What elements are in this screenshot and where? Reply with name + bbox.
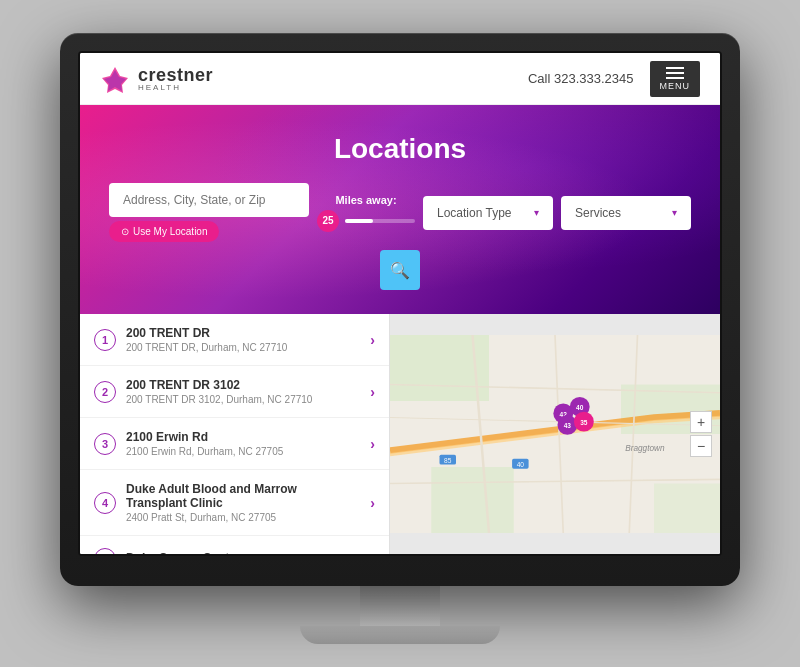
search-icon: 🔍 — [390, 261, 410, 280]
page-title: Locations — [100, 133, 700, 165]
result-number: 4 — [94, 492, 116, 514]
result-address: 2100 Erwin Rd, Durham, NC 27705 — [126, 446, 360, 457]
result-info: 200 TRENT DR 3102 200 TRENT DR 3102, Dur… — [126, 378, 360, 405]
result-number: 2 — [94, 381, 116, 403]
address-input-wrap: ⊙ Use My Location — [109, 183, 309, 242]
svg-text:85: 85 — [444, 457, 452, 464]
result-number: 1 — [94, 329, 116, 351]
search-bar: ⊙ Use My Location Miles away: 25 — [100, 183, 700, 290]
result-info: Duke Cancer Center — [126, 551, 360, 554]
chevron-right-icon: › — [370, 332, 375, 348]
svg-text:40: 40 — [576, 404, 584, 411]
hero-section: Locations ⊙ Use My Location Miles away: … — [80, 105, 720, 314]
use-location-label: Use My Location — [133, 226, 207, 237]
site-header: crestner HEALTH Call 323.333.2345 MENU — [80, 53, 720, 105]
services-label: Services — [575, 206, 621, 220]
circle-location-icon: ⊙ — [121, 226, 129, 237]
phone-number: Call 323.333.2345 — [528, 71, 634, 86]
header-right: Call 323.333.2345 MENU — [528, 61, 700, 97]
map-svg: 40 85 42 40 43 — [390, 314, 720, 554]
services-dropdown[interactable]: Services ▾ — [561, 196, 691, 230]
results-area: 1 200 TRENT DR 200 TRENT DR, Durham, NC … — [80, 314, 720, 554]
list-item[interactable]: 1 200 TRENT DR 200 TRENT DR, Durham, NC … — [80, 314, 389, 366]
map-controls: + − — [690, 411, 712, 457]
result-name: Duke Cancer Center — [126, 551, 360, 554]
monitor: crestner HEALTH Call 323.333.2345 MENU — [60, 33, 740, 644]
menu-lines-icon — [666, 67, 684, 79]
miles-label: Miles away: — [335, 194, 396, 206]
logo-name: crestner — [138, 66, 213, 84]
monitor-stand-neck — [360, 586, 440, 626]
svg-rect-6 — [654, 484, 720, 534]
svg-text:43: 43 — [564, 422, 572, 429]
result-info: Duke Adult Blood and Marrow Transplant C… — [126, 482, 360, 523]
result-number: 5 — [94, 548, 116, 554]
list-item[interactable]: 3 2100 Erwin Rd 2100 Erwin Rd, Durham, N… — [80, 418, 389, 470]
list-item[interactable]: 5 Duke Cancer Center › — [80, 536, 389, 554]
menu-line-2 — [666, 72, 684, 74]
location-type-chevron-icon: ▾ — [534, 207, 539, 218]
svg-rect-5 — [431, 467, 514, 533]
logo-text-group: crestner HEALTH — [138, 66, 213, 92]
monitor-screen: crestner HEALTH Call 323.333.2345 MENU — [78, 51, 722, 556]
result-address: 2400 Pratt St, Durham, NC 27705 — [126, 512, 360, 523]
miles-track-fill — [345, 219, 373, 223]
menu-button[interactable]: MENU — [650, 61, 701, 97]
miles-wrap: Miles away: 25 — [317, 194, 415, 232]
result-name: Duke Adult Blood and Marrow Transplant C… — [126, 482, 360, 510]
svg-text:Braggtown: Braggtown — [625, 444, 665, 453]
monitor-stand-base — [300, 626, 500, 644]
result-info: 200 TRENT DR 200 TRENT DR, Durham, NC 27… — [126, 326, 360, 353]
zoom-in-button[interactable]: + — [690, 411, 712, 433]
logo-sub: HEALTH — [138, 84, 213, 92]
menu-line-3 — [666, 77, 684, 79]
chevron-right-icon: › — [370, 436, 375, 452]
zoom-out-button[interactable]: − — [690, 435, 712, 457]
menu-label: MENU — [660, 81, 691, 91]
svg-text:40: 40 — [517, 461, 525, 468]
menu-line-1 — [666, 67, 684, 69]
list-item[interactable]: 4 Duke Adult Blood and Marrow Transplant… — [80, 470, 389, 536]
miles-track[interactable] — [345, 219, 415, 223]
result-address: 200 TRENT DR, Durham, NC 27710 — [126, 342, 360, 353]
location-type-dropdown[interactable]: Location Type ▾ — [423, 196, 553, 230]
list-item[interactable]: 2 200 TRENT DR 3102 200 TRENT DR 3102, D… — [80, 366, 389, 418]
services-chevron-icon: ▾ — [672, 207, 677, 218]
monitor-bezel: crestner HEALTH Call 323.333.2345 MENU — [60, 33, 740, 586]
use-location-button[interactable]: ⊙ Use My Location — [109, 221, 219, 242]
chevron-right-icon: › — [370, 495, 375, 511]
result-name: 2100 Erwin Rd — [126, 430, 360, 444]
location-type-label: Location Type — [437, 206, 512, 220]
svg-text:35: 35 — [580, 419, 588, 426]
result-address: 200 TRENT DR 3102, Durham, NC 27710 — [126, 394, 360, 405]
miles-slider-wrap: 25 — [317, 210, 415, 232]
map-area[interactable]: 40 85 42 40 43 — [390, 314, 720, 554]
result-number: 3 — [94, 433, 116, 455]
result-name: 200 TRENT DR 3102 — [126, 378, 360, 392]
result-info: 2100 Erwin Rd 2100 Erwin Rd, Durham, NC … — [126, 430, 360, 457]
chevron-right-icon: › — [370, 384, 375, 400]
logo-area: crestner HEALTH — [100, 64, 213, 94]
logo-icon — [100, 64, 130, 94]
result-name: 200 TRENT DR — [126, 326, 360, 340]
miles-badge: 25 — [317, 210, 339, 232]
chevron-right-icon: › — [370, 551, 375, 554]
address-input[interactable] — [109, 183, 309, 217]
results-list: 1 200 TRENT DR 200 TRENT DR, Durham, NC … — [80, 314, 390, 554]
search-button[interactable]: 🔍 — [380, 250, 420, 290]
